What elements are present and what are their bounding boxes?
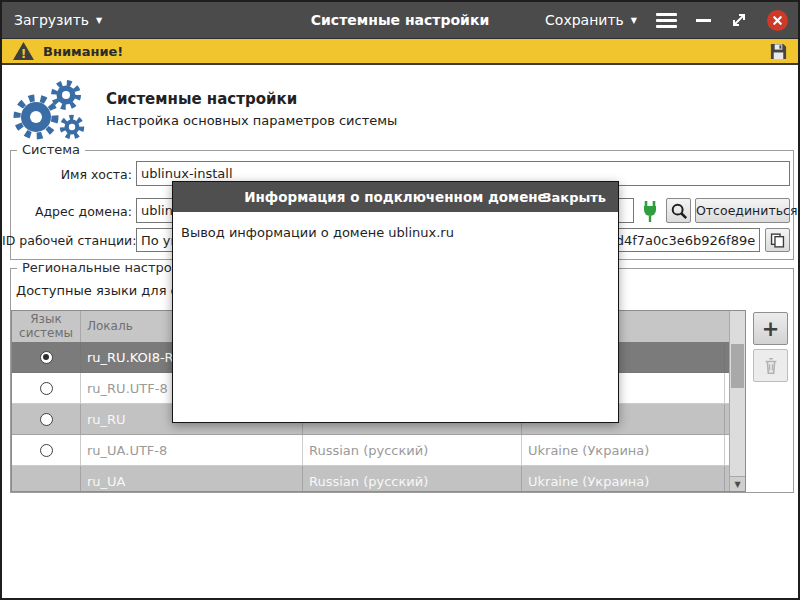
system-settings-window: Загрузить ▼ Системные настройки Сохранит… [0, 0, 800, 600]
caret-down-icon: ▼ [96, 17, 102, 25]
close-button[interactable] [767, 10, 788, 31]
save-settings-button[interactable] [769, 42, 788, 61]
system-group-legend: Система [17, 142, 85, 157]
copy-icon [769, 232, 786, 249]
copy-id-button[interactable] [765, 228, 790, 252]
locale-radio-button[interactable] [40, 351, 53, 364]
cell-system-language [12, 466, 81, 491]
cell-system-language [12, 373, 81, 403]
close-x-icon [772, 15, 783, 26]
cell-language: Russian (русский) [303, 435, 522, 465]
search-domain-button[interactable] [666, 198, 691, 223]
domain-label: Адрес домена: [2, 204, 132, 219]
page-title: Системные настройки [106, 90, 297, 108]
table-row[interactable]: ru_UA Russian (русский) Ukraine (Украина… [12, 466, 729, 491]
scroll-down-button[interactable]: ▼ [730, 476, 745, 491]
column-header-system-language[interactable]: Язык системы [12, 311, 81, 342]
hamburger-menu-icon[interactable] [656, 13, 677, 28]
svg-text:!: ! [21, 47, 27, 61]
delete-locale-button[interactable] [753, 349, 788, 382]
locale-radio-button[interactable] [40, 382, 53, 395]
cell-locale: ru_UA [81, 466, 303, 491]
cell-system-language [12, 404, 81, 434]
dialog-close-button[interactable]: Закрыть [542, 182, 606, 212]
cell-territory: Ukraine (Украина) [522, 466, 725, 491]
cell-system-language [12, 342, 81, 372]
load-menu-label: Загрузить [14, 12, 89, 28]
cell-territory: Ukraine (Украина) [522, 435, 725, 465]
warning-text: Внимание! [43, 44, 123, 59]
dialog-header[interactable]: Информация о подключенном домене Закрыть [173, 182, 618, 212]
fullscreen-button[interactable] [730, 11, 748, 29]
locale-radio-button[interactable] [40, 444, 53, 457]
save-menu-label: Сохранить [545, 12, 624, 28]
trash-icon [762, 356, 780, 376]
minimize-button[interactable] [696, 19, 711, 22]
gears-icon [6, 80, 92, 144]
dialog-title: Информация о подключенном домене [244, 189, 547, 205]
cell-language: Russian (русский) [303, 466, 522, 491]
station-id-label: ID рабочей станции: [2, 233, 132, 248]
caret-down-icon: ▼ [631, 17, 637, 25]
vertical-scrollbar[interactable]: ▼ [729, 311, 745, 491]
cell-system-language [12, 435, 81, 465]
resize-diagonal-icon [730, 11, 748, 29]
domain-info-dialog: Информация о подключенном домене Закрыть… [172, 181, 619, 423]
hostname-label: Имя хоста: [2, 167, 132, 182]
titlebar-controls: Сохранить ▼ [545, 2, 788, 38]
warning-bar: ! Внимание! [2, 38, 798, 65]
disconnect-button[interactable]: Отсоединиться [695, 198, 790, 223]
titlebar: Загрузить ▼ Системные настройки Сохранит… [2, 2, 798, 38]
dialog-body-text: Вывод информации о домене ublinux.ru [181, 225, 454, 240]
magnifier-icon [670, 202, 688, 220]
load-menu-button[interactable]: Загрузить ▼ [14, 2, 102, 38]
locale-radio-button[interactable] [40, 413, 53, 426]
scrollbar-thumb[interactable] [731, 344, 744, 388]
window-title: Системные настройки [311, 2, 489, 38]
floppy-disk-icon [769, 42, 788, 61]
save-menu-button[interactable]: Сохранить ▼ [545, 12, 637, 28]
connect-domain-button[interactable] [637, 198, 663, 223]
table-row[interactable]: ru_UA.UTF-8 Russian (русский) Ukraine (У… [12, 435, 729, 466]
page-subtitle: Настройка основных параметров системы [106, 113, 397, 128]
warning-triangle-icon: ! [12, 41, 35, 61]
plug-icon [639, 199, 661, 223]
add-locale-button[interactable]: + [753, 312, 788, 345]
cell-locale: ru_UA.UTF-8 [81, 435, 303, 465]
